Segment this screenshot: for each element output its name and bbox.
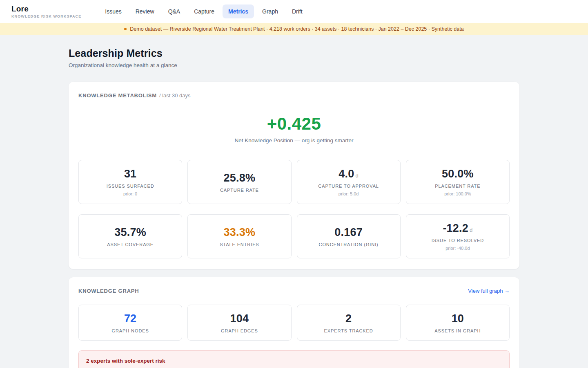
knowledge-metabolism-card: KNOWLEDGE METABOLISM / last 30 days +0.4… (69, 82, 519, 269)
metric-tile-asset-coverage: 35.7% ASSET COVERAGE (78, 214, 182, 258)
brand-logo[interactable]: Lore KNOWLEDGE RISK WORKSPACE (11, 4, 81, 18)
alert-title: 2 experts with sole-expert risk (86, 358, 502, 364)
metric-value: 2 (345, 312, 352, 325)
nav-item-capture[interactable]: Capture (188, 4, 220, 18)
metric-tile-issues-surfaced: 31 ISSUES SURFACED prior: 0 (78, 160, 182, 204)
page-subtitle: Organizational knowledge health at a gla… (69, 62, 519, 68)
metric-label: ASSETS IN GRAPH (434, 328, 481, 333)
banner-dot-icon (124, 28, 127, 30)
net-position-caption: Net Knowledge Position — org is getting … (78, 137, 510, 144)
knowledge-graph-card: KNOWLEDGE GRAPH View full graph → 72 GRA… (69, 277, 519, 368)
metric-value: 10 (452, 312, 464, 325)
metric-value: 72 (124, 312, 136, 325)
metric-value: 104 (230, 312, 249, 325)
sole-expert-risk-alert: 2 experts with sole-expert risk (78, 350, 510, 368)
metric-prior: prior: 0 (123, 191, 137, 196)
metric-label: STALE ENTRIES (220, 242, 259, 247)
metric-value: 4.0d (339, 168, 359, 180)
metric-tile-placement-rate: 50.0% PLACEMENT RATE prior: 100.0% (406, 160, 510, 204)
metric-value: -12.2d (443, 222, 472, 235)
brand-name: Lore (11, 4, 81, 13)
metric-label: CAPTURE TO APPROVAL (318, 184, 379, 188)
metric-tile-graph-nodes: 72 GRAPH NODES (78, 305, 182, 341)
metric-label: CONCENTRATION (GINI) (319, 242, 379, 247)
metric-prior: prior: 100.0% (444, 191, 471, 196)
metric-label: GRAPH EDGES (221, 328, 258, 333)
metabolism-tiles: 31 ISSUES SURFACED prior: 0 25.8% CAPTUR… (78, 160, 510, 258)
nav-item-metrics[interactable]: Metrics (223, 4, 254, 18)
metric-label: ISSUE TO RESOLVED (432, 238, 484, 243)
metric-tile-stale-entries: 33.3% STALE ENTRIES (187, 214, 291, 258)
metric-tile-capture-to-approval: 4.0d CAPTURE TO APPROVAL prior: 5.0d (297, 160, 401, 204)
graph-tiles: 72 GRAPH NODES 104 GRAPH EDGES 2 EXPERTS… (78, 305, 510, 341)
nav-item-issues[interactable]: Issues (99, 4, 127, 18)
main-content: Leadership Metrics Organizational knowle… (0, 35, 588, 368)
metabolism-heading: KNOWLEDGE METABOLISM (78, 92, 157, 99)
banner-text: Demo dataset — Riverside Regional Water … (130, 26, 463, 32)
metric-tile-capture-rate: 25.8% CAPTURE RATE (187, 160, 291, 204)
metric-tile-assets-in-graph: 10 ASSETS IN GRAPH (406, 305, 510, 341)
metric-value: 31 (124, 168, 136, 180)
metric-value: 33.3% (224, 226, 256, 239)
main-nav: Issues Review Q&A Capture Metrics Graph … (99, 4, 308, 18)
demo-dataset-banner: Demo dataset — Riverside Regional Water … (0, 23, 588, 35)
metric-value: 35.7% (114, 226, 146, 239)
metric-prior: prior: 5.0d (339, 191, 359, 196)
nav-item-drift[interactable]: Drift (286, 4, 308, 18)
brand-tagline: KNOWLEDGE RISK WORKSPACE (11, 14, 81, 18)
metric-label: PLACEMENT RATE (435, 184, 480, 188)
metric-tile-issue-to-resolved: -12.2d ISSUE TO RESOLVED prior: -40.0d (406, 214, 510, 258)
metric-value: 25.8% (224, 172, 256, 184)
metric-tile-concentration-gini: 0.167 CONCENTRATION (GINI) (297, 214, 401, 258)
metabolism-period: / last 30 days (159, 92, 191, 99)
net-position-value: +0.425 (78, 114, 510, 134)
metric-label: GRAPH NODES (112, 328, 149, 333)
metric-value: 50.0% (442, 168, 474, 180)
view-full-graph-link[interactable]: View full graph → (468, 288, 510, 294)
metric-label: ASSET COVERAGE (107, 242, 154, 247)
metric-tile-experts-tracked: 2 EXPERTS TRACKED (297, 305, 401, 341)
nav-item-graph[interactable]: Graph (256, 4, 284, 18)
metric-label: EXPERTS TRACKED (324, 328, 373, 333)
metric-label: ISSUES SURFACED (107, 184, 154, 188)
net-knowledge-position: +0.425 Net Knowledge Position — org is g… (78, 114, 510, 144)
metric-label: CAPTURE RATE (220, 188, 259, 193)
metric-prior: prior: -40.0d (445, 246, 470, 251)
nav-item-review[interactable]: Review (130, 4, 160, 18)
page-title: Leadership Metrics (69, 47, 519, 59)
graph-heading: KNOWLEDGE GRAPH (78, 288, 139, 294)
nav-item-qa[interactable]: Q&A (163, 4, 186, 18)
metric-tile-graph-edges: 104 GRAPH EDGES (187, 305, 291, 341)
topbar: Lore KNOWLEDGE RISK WORKSPACE Issues Rev… (0, 0, 588, 23)
metric-value: 0.167 (334, 226, 363, 239)
